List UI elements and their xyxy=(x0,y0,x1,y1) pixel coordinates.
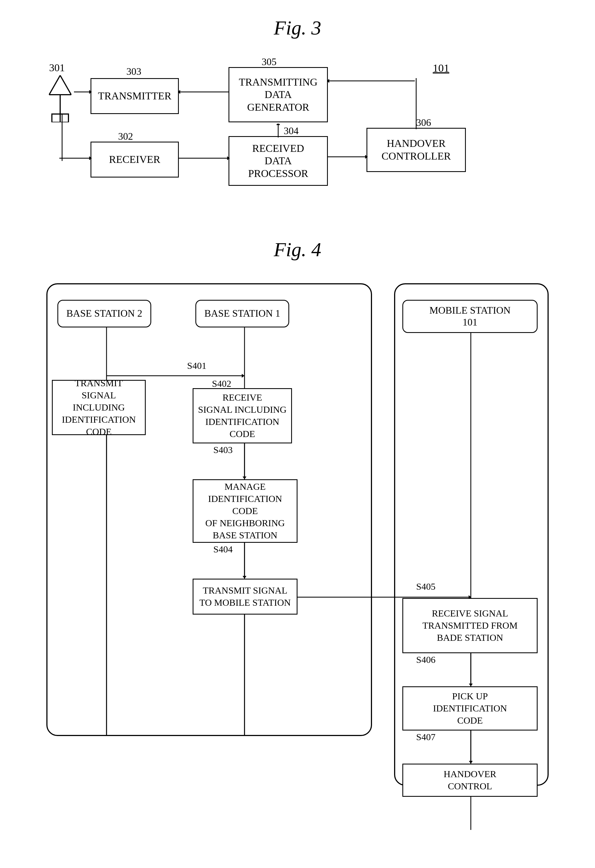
svg-marker-13 xyxy=(89,156,92,160)
label-301: 301 xyxy=(49,62,65,74)
arrow-rdp-tdg xyxy=(275,124,281,137)
arrow-bs1-down1 xyxy=(242,443,247,479)
arrow-ms-down2 xyxy=(468,731,474,764)
arrow-rdp-hc xyxy=(328,154,368,159)
svg-marker-25 xyxy=(242,374,244,378)
line-hc-tdg-h xyxy=(328,78,415,84)
arrow-rx-rdp xyxy=(179,155,230,161)
fig3-title: Fig. 3 xyxy=(22,16,573,40)
page: Fig. 3 301 TRANSMITTER 303 RECEIVER xyxy=(0,0,595,868)
tdg-box: TRANSMITTING DATA GENERATOR xyxy=(228,67,328,122)
arrow-ms-down1 xyxy=(468,653,474,686)
arrow-ms-down3 xyxy=(468,797,474,830)
arrow-bs2-down xyxy=(104,435,109,736)
label-s406: S406 xyxy=(416,655,436,665)
transmitter-box: TRANSMITTER xyxy=(91,78,179,114)
transmit-signal-box: TRANSMIT SIGNAL INCLUDING IDENTIFICATION… xyxy=(52,380,146,435)
ms-title-box: MOBILE STATION 101 xyxy=(402,300,538,333)
arrow-tdg-tx xyxy=(179,89,230,95)
label-303: 303 xyxy=(127,66,141,77)
bs1-title-box: BASE STATION 1 xyxy=(195,300,289,328)
svg-marker-33 xyxy=(469,683,473,686)
svg-marker-15 xyxy=(276,124,280,125)
arrow-bs1-down3 xyxy=(242,614,247,736)
handover-control-box: HANDOVER CONTROL xyxy=(402,764,538,797)
label-s403: S403 xyxy=(214,445,233,455)
bs2-title-box: BASE STATION 2 xyxy=(57,300,151,328)
fig4-diagram: BASE STATION 2 BASE STATION 1 MOBILE STA… xyxy=(35,272,560,797)
svg-marker-17 xyxy=(365,155,368,159)
label-101-fig3: 101 xyxy=(433,62,449,75)
label-305: 305 xyxy=(262,56,277,68)
receive-signal-id-box: RECEIVE SIGNAL INCLUDING IDENTIFICATION … xyxy=(193,388,292,443)
rdp-box: RECEIVED DATA PROCESSOR xyxy=(228,136,328,186)
arrow-ant-tx xyxy=(74,89,92,95)
svg-marker-27 xyxy=(243,477,246,479)
manage-id-box: MANAGE IDENTIFICATION CODE OF NEIGHBORIN… xyxy=(193,479,298,543)
label-302: 302 xyxy=(118,131,133,142)
receive-from-base-box: RECEIVE SIGNAL TRANSMITTED FROM BADE STA… xyxy=(402,598,538,653)
label-304: 304 xyxy=(284,125,299,137)
receiver-box: RECEIVER xyxy=(91,142,179,177)
svg-marker-8 xyxy=(179,90,180,94)
line-ant-rx-h xyxy=(59,155,92,161)
transmit-to-mobile-box: TRANSMIT SIGNAL TO MOBILE STATION xyxy=(193,579,298,614)
pick-up-id-box: PICK UP IDENTIFICATION CODE xyxy=(402,686,538,731)
svg-line-1 xyxy=(60,75,71,95)
label-s407: S407 xyxy=(416,732,436,743)
hc-box: HANDOVER CONTROLLER xyxy=(367,128,466,172)
fig4-title: Fig. 4 xyxy=(22,238,573,261)
label-s401: S401 xyxy=(187,360,206,371)
label-s404: S404 xyxy=(214,544,233,555)
svg-marker-10 xyxy=(227,156,230,160)
line-hc-tdg-v xyxy=(414,78,419,129)
svg-marker-29 xyxy=(243,576,246,579)
line-ant-rx xyxy=(59,114,65,161)
label-s402: S402 xyxy=(212,378,231,389)
label-s405: S405 xyxy=(416,582,436,592)
svg-marker-35 xyxy=(469,761,473,764)
svg-marker-20 xyxy=(328,79,329,83)
svg-line-0 xyxy=(49,75,60,95)
arrow-bs1-down2 xyxy=(242,543,247,579)
svg-marker-6 xyxy=(89,90,92,94)
fig3-diagram: 301 TRANSMITTER 303 RECEIVER 302 TRANSMI… xyxy=(35,50,560,216)
